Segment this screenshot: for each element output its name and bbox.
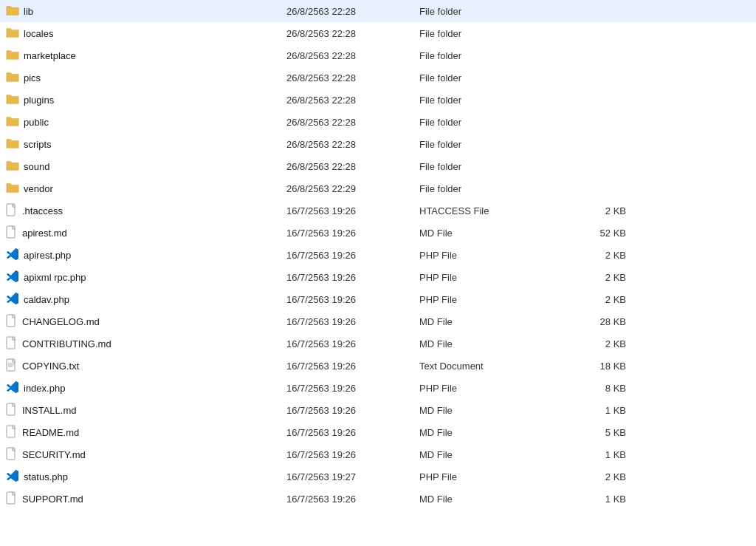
list-item[interactable]: locales 26/8/2563 22:28 File folder <box>0 22 756 44</box>
file-name: scripts <box>24 139 52 150</box>
file-type: HTACCESS File <box>419 205 567 216</box>
file-date: 16/7/2563 19:26 <box>286 205 419 216</box>
file-size: 2 KB <box>567 338 626 349</box>
file-size: 2 KB <box>567 205 626 216</box>
file-date: 16/7/2563 19:26 <box>286 449 419 460</box>
file-name: index.php <box>24 383 65 394</box>
list-item[interactable]: marketplace 26/8/2563 22:28 File folder <box>0 44 756 66</box>
file-type: PHP File <box>419 294 567 305</box>
file-size: 2 KB <box>567 471 626 482</box>
list-item[interactable]: apixml rpc.php 16/7/2563 19:26 PHP File … <box>0 266 756 288</box>
file-date: 26/8/2563 22:28 <box>286 117 419 128</box>
file-name: locales <box>24 28 53 39</box>
list-item[interactable]: README.md 16/7/2563 19:26 MD File 5 KB <box>0 421 756 443</box>
folder-icon <box>6 71 19 85</box>
file-icon <box>6 425 18 440</box>
file-icon <box>6 447 18 463</box>
file-icon <box>6 336 18 352</box>
file-date: 26/8/2563 22:28 <box>286 95 419 106</box>
list-item[interactable]: pics 26/8/2563 22:28 File folder <box>0 66 756 89</box>
file-date: 16/7/2563 19:26 <box>286 294 419 305</box>
file-name: apirest.php <box>24 250 71 261</box>
file-type: MD File <box>419 405 567 416</box>
file-size: 52 KB <box>567 228 626 239</box>
file-size: 18 KB <box>567 361 626 372</box>
file-name: plugins <box>24 95 54 106</box>
file-type: File folder <box>419 161 567 172</box>
file-name: sound <box>24 161 49 172</box>
folder-icon <box>6 4 19 18</box>
file-type: File folder <box>419 50 567 61</box>
file-name: INSTALL.md <box>22 405 76 416</box>
file-name: pics <box>24 72 41 83</box>
file-name: .htaccess <box>22 205 63 216</box>
file-type: PHP File <box>419 250 567 261</box>
file-icon <box>6 491 18 507</box>
list-item[interactable]: scripts 26/8/2563 22:28 File folder <box>0 133 756 155</box>
list-item[interactable]: apirest.md 16/7/2563 19:26 MD File 52 KB <box>0 222 756 244</box>
file-name: CHANGELOG.md <box>22 316 100 327</box>
file-date: 26/8/2563 22:28 <box>286 28 419 39</box>
list-item[interactable]: vendor 26/8/2563 22:29 File folder <box>0 177 756 199</box>
list-item[interactable]: public 26/8/2563 22:28 File folder <box>0 111 756 133</box>
file-name: lib <box>24 6 33 17</box>
file-size: 2 KB <box>567 294 626 305</box>
file-date: 16/7/2563 19:26 <box>286 361 419 372</box>
file-type: MD File <box>419 449 567 460</box>
list-item[interactable]: sound 26/8/2563 22:28 File folder <box>0 155 756 177</box>
file-type: File folder <box>419 95 567 106</box>
list-item[interactable]: SUPPORT.md 16/7/2563 19:26 MD File 1 KB <box>0 488 756 510</box>
file-type: File folder <box>419 139 567 150</box>
file-type: MD File <box>419 316 567 327</box>
folder-icon <box>6 49 19 63</box>
file-type: MD File <box>419 494 567 505</box>
vscode-icon <box>6 248 19 263</box>
file-size: 1 KB <box>567 494 626 505</box>
file-type: MD File <box>419 338 567 349</box>
file-name: marketplace <box>24 50 76 61</box>
list-item[interactable]: lib 26/8/2563 22:28 File folder <box>0 0 756 22</box>
file-name: status.php <box>24 471 68 482</box>
file-type: File folder <box>419 28 567 39</box>
list-item[interactable]: CONTRIBUTING.md 16/7/2563 19:26 MD File … <box>0 332 756 355</box>
list-item[interactable]: caldav.php 16/7/2563 19:26 PHP File 2 KB <box>0 288 756 310</box>
file-date: 16/7/2563 19:26 <box>286 228 419 239</box>
list-item[interactable]: SECURITY.md 16/7/2563 19:26 MD File 1 KB <box>0 443 756 465</box>
folder-icon <box>6 115 19 129</box>
list-item[interactable]: .htaccess 16/7/2563 19:26 HTACCESS File … <box>0 199 756 222</box>
list-item[interactable]: plugins 26/8/2563 22:28 File folder <box>0 89 756 111</box>
file-icon <box>6 314 18 330</box>
file-name: vendor <box>24 183 53 194</box>
file-date: 16/7/2563 19:26 <box>286 494 419 505</box>
vscode-icon <box>6 381 19 396</box>
file-date: 26/8/2563 22:28 <box>286 50 419 61</box>
list-item[interactable]: status.php 16/7/2563 19:27 PHP File 2 KB <box>0 465 756 488</box>
file-type: MD File <box>419 228 567 239</box>
list-item[interactable]: COPYING.txt 16/7/2563 19:26 Text Documen… <box>0 355 756 377</box>
file-size: 1 KB <box>567 449 626 460</box>
file-type: MD File <box>419 427 567 438</box>
file-date: 16/7/2563 19:26 <box>286 250 419 261</box>
file-name: apixml rpc.php <box>24 272 86 283</box>
folder-icon <box>6 160 19 174</box>
file-type: PHP File <box>419 383 567 394</box>
file-name: SUPPORT.md <box>22 494 83 505</box>
file-date: 26/8/2563 22:28 <box>286 72 419 83</box>
file-date: 16/7/2563 19:26 <box>286 338 419 349</box>
file-type: File folder <box>419 117 567 128</box>
file-date: 16/7/2563 19:26 <box>286 316 419 327</box>
list-item[interactable]: INSTALL.md 16/7/2563 19:26 MD File 1 KB <box>0 399 756 421</box>
file-date: 16/7/2563 19:26 <box>286 383 419 394</box>
list-item[interactable]: index.php 16/7/2563 19:26 PHP File 8 KB <box>0 377 756 399</box>
file-name: SECURITY.md <box>22 449 86 460</box>
list-item[interactable]: CHANGELOG.md 16/7/2563 19:26 MD File 28 … <box>0 310 756 332</box>
file-icon <box>6 358 18 374</box>
file-size: 28 KB <box>567 316 626 327</box>
file-date: 16/7/2563 19:26 <box>286 427 419 438</box>
folder-icon <box>6 27 19 41</box>
vscode-icon <box>6 292 19 307</box>
file-date: 26/8/2563 22:28 <box>286 139 419 150</box>
list-item[interactable]: apirest.php 16/7/2563 19:26 PHP File 2 K… <box>0 244 756 266</box>
file-name: README.md <box>22 427 79 438</box>
file-date: 26/8/2563 22:28 <box>286 6 419 17</box>
